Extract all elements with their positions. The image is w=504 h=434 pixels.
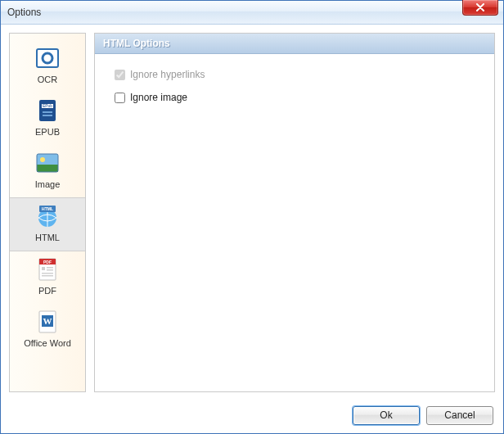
dialog-body: OCR EPub EPUB <box>1 25 503 400</box>
close-icon <box>475 3 485 11</box>
svg-rect-8 <box>37 165 58 172</box>
close-button[interactable] <box>462 0 498 16</box>
sidebar-item-epub[interactable]: EPub EPUB <box>10 93 85 145</box>
sidebar-item-label: PDF <box>38 286 56 296</box>
image-icon <box>34 150 61 176</box>
sidebar-item-label: HTML <box>35 233 60 242</box>
ignore-hyperlinks-checkbox <box>115 70 125 80</box>
sidebar-item-label: Office Word <box>24 338 71 348</box>
panel-header: HTML Options <box>95 34 494 54</box>
svg-point-9 <box>40 157 45 162</box>
sidebar-item-office-word[interactable]: W Office Word <box>10 304 85 356</box>
option-ignore-image[interactable]: Ignore image <box>115 92 475 103</box>
options-dialog: Options OCR <box>0 0 504 434</box>
panel-title: HTML Options <box>103 38 170 49</box>
svg-rect-18 <box>47 267 53 269</box>
sidebar: OCR EPub EPUB <box>9 33 86 392</box>
sidebar-item-label: EPUB <box>35 127 60 137</box>
svg-rect-17 <box>42 267 45 270</box>
dialog-footer: Ok Cancel <box>1 400 503 433</box>
option-label: Ignore image <box>130 92 187 103</box>
ocr-icon <box>34 45 61 71</box>
word-icon: W <box>34 309 61 335</box>
titlebar: Options <box>1 1 503 25</box>
cancel-button[interactable]: Cancel <box>426 406 493 425</box>
svg-text:PDF: PDF <box>43 260 52 264</box>
option-label: Ignore hyperlinks <box>130 69 205 80</box>
html-icon: HTML <box>34 203 61 229</box>
ok-button[interactable]: Ok <box>353 406 420 425</box>
svg-rect-20 <box>42 273 53 274</box>
svg-text:HTML: HTML <box>42 206 53 211</box>
options-panel: HTML Options Ignore hyperlinks Ignore im… <box>94 33 495 392</box>
svg-rect-0 <box>37 49 58 67</box>
sidebar-item-image[interactable]: Image <box>10 145 85 197</box>
svg-rect-21 <box>42 275 53 277</box>
option-ignore-hyperlinks: Ignore hyperlinks <box>115 69 475 80</box>
pdf-icon: PDF <box>34 256 61 283</box>
sidebar-item-label: Image <box>35 179 61 189</box>
sidebar-item-ocr[interactable]: OCR <box>10 40 85 93</box>
svg-text:EPub: EPub <box>43 103 52 108</box>
svg-rect-19 <box>47 269 53 271</box>
epub-icon: EPub <box>34 97 61 124</box>
window-title: Options <box>7 7 41 18</box>
sidebar-item-label: OCR <box>38 75 57 84</box>
panel-body: Ignore hyperlinks Ignore image <box>95 54 494 391</box>
svg-text:W: W <box>43 316 52 326</box>
ignore-image-checkbox[interactable] <box>115 93 125 103</box>
svg-rect-5 <box>43 111 52 113</box>
svg-rect-6 <box>43 115 52 116</box>
sidebar-item-pdf[interactable]: PDF PDF <box>10 251 85 304</box>
sidebar-item-html[interactable]: HTML HTML <box>10 197 85 251</box>
